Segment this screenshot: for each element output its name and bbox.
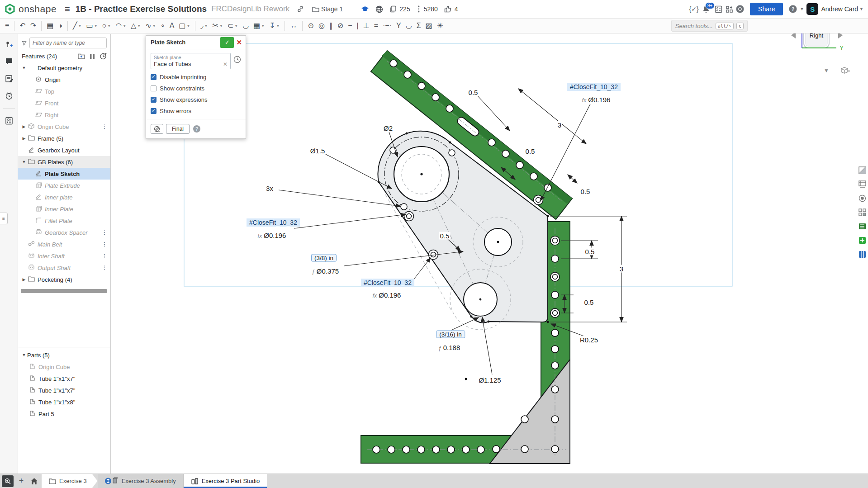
pattern-icon[interactable]: ▦▼ [251,19,266,32]
sketch-slot-icon[interactable]: ▢▼ [177,19,192,32]
redo-icon[interactable]: ↷ [28,19,38,32]
checkbox-checked-icon[interactable] [151,74,157,80]
constraint-concentric-icon[interactable]: ◎ [317,19,327,32]
transform-icon[interactable]: ↔ [288,19,299,32]
sketch-plane-field[interactable]: Sketch plane Face of Tubes ✕ [151,53,231,69]
dropdown-caret-icon[interactable]: ▼ [186,24,190,28]
dropdown-caret-icon[interactable]: ▼ [152,24,156,28]
clear-selection-icon[interactable]: ✕ [223,61,228,67]
checkbox-unchecked-icon[interactable] [151,85,157,91]
edit-appearance-icon[interactable]: ◑ [56,19,64,32]
dropdown-caret-icon[interactable]: ▼ [261,24,265,28]
checkbox-disable-imprinting[interactable]: Disable imprinting [151,74,241,81]
panel-collapse-handle[interactable]: ≡ [0,213,8,224]
home-button[interactable] [27,474,41,488]
trim-icon[interactable]: ✂▼ [210,19,224,32]
confirm-button[interactable]: ✓ [220,37,234,48]
versions-icon[interactable]: {✓} [688,4,699,14]
dropdown-caret-icon[interactable]: ▼ [107,24,111,28]
learning-icon[interactable] [735,4,745,14]
spool-counter[interactable]: 5280 [417,5,438,13]
dropdown-caret-icon[interactable]: ▼ [137,24,141,28]
constraint-curvature-icon[interactable]: ◡ [404,19,414,32]
avatar[interactable]: S [806,3,818,15]
sketch-arc-icon[interactable]: ◠▼ [114,19,128,32]
bom-panel-icon[interactable] [857,249,867,259]
copies-counter[interactable]: 225 [389,5,410,13]
spool-icon [417,5,421,13]
tab-exercise-3[interactable]: Exercise 3 [42,474,98,488]
apps-icon[interactable] [724,4,735,14]
sketch-plane-value: Face of Tubes [154,61,191,67]
export-dxf-icon[interactable]: ↧▼ [267,19,281,32]
constraint-midpoint-icon[interactable]: ·−· [381,19,394,32]
constraint-normal-icon[interactable]: Y [394,19,403,32]
link-icon[interactable] [295,4,306,14]
constraint-hatch-icon[interactable]: ▨ [424,19,434,32]
final-button[interactable]: Final [166,124,190,134]
dropdown-caret-icon[interactable]: ▼ [123,24,126,28]
undo-icon[interactable]: ↶ [18,19,27,32]
sketch-fillet-icon[interactable]: ◞▼ [199,19,209,32]
help-button[interactable]: ? [787,4,798,14]
appearance-panel-icon[interactable] [857,207,867,217]
checkbox-checked-icon[interactable] [151,97,157,103]
add-tab-button[interactable]: + [15,474,27,488]
sheet-metal-icon[interactable] [857,221,867,231]
dropdown-caret-icon[interactable]: ▼ [204,24,208,28]
sketch-mode-button[interactable] [151,124,163,134]
dropdown-caret-icon[interactable]: ▼ [276,24,280,28]
search-tabs-button[interactable] [2,475,14,487]
dropdown-caret-icon[interactable]: ▼ [94,24,98,28]
constraint-equal-icon[interactable]: = [372,19,380,32]
toggle-feature-list-icon[interactable]: ≡ [3,19,11,32]
constraint-parallel-icon[interactable]: ∥ [327,19,335,32]
isolate-icon[interactable] [857,193,867,203]
dialog-help-icon[interactable]: ? [193,125,200,133]
checkbox-show-expressions[interactable]: Show expressions [151,96,241,103]
likes-count: 4 [455,5,458,13]
dropdown-caret-icon[interactable]: ▼ [234,24,238,28]
share-button[interactable]: Share [750,3,783,15]
sketch-polygon-icon[interactable]: △▼ [129,19,142,32]
search-tools-label: Search tools... [675,23,713,29]
offset-icon[interactable]: ⊂▼ [226,19,240,32]
constraint-perpendicular-icon[interactable]: ⊥ [361,19,371,32]
frames-panel-icon[interactable] [857,235,867,245]
section-view-icon[interactable] [857,165,867,175]
use-project-icon[interactable]: ◡ [241,19,251,32]
education-badge [361,6,369,12]
sketch-circle-icon[interactable]: ○▼ [100,19,113,32]
constraint-coincident-icon[interactable]: ⊙ [306,19,315,32]
cancel-icon[interactable]: ✕ [236,38,242,47]
sketch-line-icon[interactable]: ╱▼ [71,19,84,32]
checkbox-show-errors[interactable]: Show errors [151,108,241,114]
checkbox-show-constraints[interactable]: Show constraints [151,85,241,92]
constraint-tangent-icon[interactable]: ⊘ [336,19,345,32]
menu-icon[interactable]: ≡ [65,4,70,14]
tab-label: Exercise 3 [59,478,87,484]
sketch-spline-icon[interactable]: ∿▼ [143,19,157,32]
copy-feature-icon[interactable]: ▤ [45,19,55,32]
constraint-vertical-icon[interactable]: | [355,19,360,32]
checkbox-checked-icon[interactable] [151,108,157,114]
constraint-fix-icon[interactable]: ☀ [435,19,445,32]
search-tools[interactable]: Search tools... alt/⌥ c [671,20,748,32]
view-collapse-icon[interactable]: ▼ [824,67,829,74]
breadcrumb[interactable]: Stage 1 [312,5,343,13]
likes-counter[interactable]: 4 [444,5,458,13]
named-views-icon[interactable] [857,179,867,189]
view-mode-icon[interactable] [841,67,850,74]
onshape-logo[interactable]: onshape [5,4,57,14]
dropdown-caret-icon[interactable]: ▼ [219,24,223,28]
constraint-expression-icon[interactable]: Σ [415,19,423,32]
sketch-rectangle-icon[interactable]: ▭▼ [85,19,100,32]
history-clock-icon[interactable] [233,56,241,63]
notifications-button[interactable]: 9+ [702,5,710,14]
dropdown-caret-icon[interactable]: ▼ [78,24,82,28]
sketch-point-icon[interactable]: ∘ [159,19,167,32]
constraint-horizontal-icon[interactable]: − [346,19,354,32]
tab-exercise-3-assembly[interactable]: Exercise 3 Assembly [98,474,184,488]
sketch-text-icon[interactable]: A [168,19,176,32]
tab-exercise-3-part-studio[interactable]: Exercise 3 Part Studio [184,474,267,488]
